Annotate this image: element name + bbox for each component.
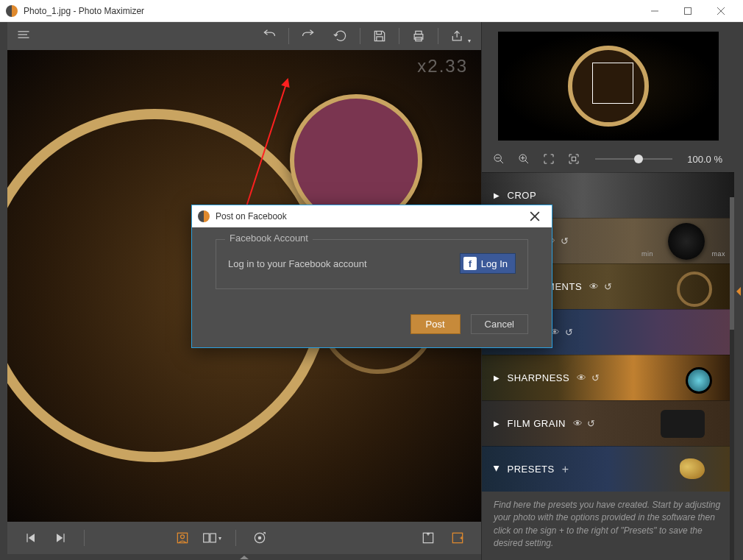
redo-button[interactable] bbox=[294, 25, 323, 47]
first-image-button[interactable] bbox=[21, 528, 41, 548]
panel-label: CROP bbox=[508, 190, 537, 201]
left-gutter bbox=[0, 22, 7, 560]
visibility-icon[interactable]: 👁 bbox=[573, 418, 583, 429]
max-label: max bbox=[711, 250, 725, 258]
dialog-title: Post on Facebook bbox=[216, 211, 524, 221]
undo-button[interactable] bbox=[255, 25, 284, 47]
toolbar-separator bbox=[438, 28, 438, 44]
toolbar-separator bbox=[235, 530, 236, 546]
collapse-right-button[interactable] bbox=[734, 22, 743, 560]
navigator-thumbnail[interactable] bbox=[482, 22, 734, 146]
toolbar-separator bbox=[288, 28, 289, 44]
facebook-account-group: Facebook Account Log in to your Facebook… bbox=[216, 239, 528, 289]
panel-label: SHARPNESS bbox=[508, 372, 570, 383]
dropdown-caret-icon: ▾ bbox=[468, 38, 471, 44]
chevron-right-icon: ▶ bbox=[494, 191, 500, 199]
svg-rect-17 bbox=[210, 534, 216, 542]
toolbar-separator bbox=[399, 28, 399, 44]
login-button-label: Log In bbox=[481, 258, 508, 269]
compare-view-button[interactable]: ▾ bbox=[202, 528, 222, 548]
cancel-button[interactable]: Cancel bbox=[471, 314, 528, 334]
reset-icon[interactable]: ↺ bbox=[561, 235, 569, 247]
presets-help-text: Find here the presets you have created. … bbox=[482, 492, 734, 560]
svg-marker-11 bbox=[29, 534, 35, 542]
zoom-out-button[interactable] bbox=[489, 149, 508, 169]
next-image-button[interactable] bbox=[50, 528, 71, 548]
post-button[interactable]: Post bbox=[410, 314, 461, 334]
visibility-icon[interactable]: 👁 bbox=[589, 281, 600, 292]
fieldset-legend: Facebook Account bbox=[225, 233, 313, 244]
svg-rect-29 bbox=[572, 157, 575, 160]
window-titlebar: Photo_1.jpg - Photo Maximizer bbox=[0, 0, 743, 22]
navigator-viewport-box[interactable] bbox=[592, 63, 633, 104]
svg-line-23 bbox=[500, 160, 503, 163]
min-label: min bbox=[641, 250, 653, 258]
chevron-right-icon: ▶ bbox=[494, 419, 500, 428]
actual-pixels-button[interactable] bbox=[564, 149, 583, 169]
svg-point-15 bbox=[180, 535, 184, 539]
svg-rect-8 bbox=[416, 31, 422, 34]
chevron-down-icon: ▶ bbox=[493, 466, 501, 472]
noise-dial-icon bbox=[668, 223, 705, 260]
login-message: Log in to your Facebook account bbox=[228, 258, 367, 269]
svg-line-26 bbox=[525, 160, 528, 163]
triangle-left-icon bbox=[736, 287, 741, 296]
window-title: Photo_1.jpg - Photo Maximizer bbox=[24, 6, 638, 16]
fit-window-button[interactable] bbox=[539, 149, 558, 169]
share-button[interactable]: ▾ bbox=[443, 25, 472, 47]
actual-size-button[interactable] bbox=[447, 528, 468, 548]
rotate-button[interactable] bbox=[249, 528, 270, 548]
panel-label: PRESETS bbox=[508, 464, 555, 475]
dialog-titlebar[interactable]: Post on Facebook bbox=[192, 205, 552, 227]
zoom-slider-knob[interactable] bbox=[634, 155, 643, 163]
menu-button[interactable] bbox=[16, 27, 31, 46]
zoom-in-button[interactable] bbox=[514, 149, 533, 169]
svg-point-19 bbox=[258, 536, 260, 539]
zoom-controls: 100.0 % bbox=[482, 146, 734, 172]
scrollbar-thumb[interactable] bbox=[730, 197, 734, 330]
panel-sharpness[interactable]: ▶ SHARPNESS 👁↺ bbox=[482, 355, 734, 400]
print-button[interactable] bbox=[404, 25, 433, 47]
svg-rect-16 bbox=[203, 534, 209, 542]
zoom-slider[interactable] bbox=[595, 158, 672, 160]
reset-icon[interactable]: ↺ bbox=[604, 281, 613, 292]
panel-label: FILM GRAIN bbox=[508, 418, 566, 429]
panel-presets[interactable]: ▶ PRESETS + bbox=[482, 446, 734, 492]
right-scrollbar[interactable] bbox=[730, 197, 734, 560]
dropdown-caret-icon: ▾ bbox=[218, 535, 221, 542]
reset-icon[interactable]: ↺ bbox=[587, 418, 596, 429]
panel-film-grain[interactable]: ▶ FILM GRAIN 👁↺ bbox=[482, 400, 734, 446]
add-preset-icon[interactable]: + bbox=[562, 463, 569, 476]
toolbar-separator bbox=[84, 530, 85, 546]
app-logo-icon bbox=[6, 5, 18, 17]
save-button[interactable] bbox=[365, 25, 394, 47]
dialog-close-button[interactable] bbox=[524, 205, 546, 227]
toolbar-separator bbox=[360, 28, 360, 44]
single-view-button[interactable] bbox=[172, 528, 193, 548]
window-close-button[interactable] bbox=[704, 0, 737, 22]
app-logo-icon bbox=[198, 210, 210, 222]
collapse-bottom-button[interactable] bbox=[7, 554, 481, 560]
bottom-toolbar: ▾ bbox=[7, 522, 481, 554]
reset-icon[interactable]: ↺ bbox=[565, 327, 574, 338]
window-maximize-button[interactable] bbox=[671, 0, 704, 22]
zoom-value-label: 100.0 % bbox=[684, 154, 722, 165]
facebook-icon: f bbox=[463, 257, 477, 270]
svg-marker-12 bbox=[57, 534, 63, 542]
facebook-login-button[interactable]: f Log In bbox=[460, 253, 516, 274]
visibility-icon[interactable]: 👁 bbox=[577, 372, 587, 383]
reset-button[interactable] bbox=[326, 25, 355, 47]
zoom-overlay-label: x2.33 bbox=[417, 56, 468, 77]
fit-screen-button[interactable] bbox=[418, 528, 438, 548]
svg-rect-1 bbox=[684, 7, 691, 14]
chevron-right-icon: ▶ bbox=[494, 374, 500, 382]
reset-icon[interactable]: ↺ bbox=[591, 372, 600, 383]
facebook-dialog: Post on Facebook Facebook Account Log in… bbox=[191, 205, 552, 348]
window-minimize-button[interactable] bbox=[638, 0, 671, 22]
main-toolbar: ▾ bbox=[7, 22, 481, 50]
